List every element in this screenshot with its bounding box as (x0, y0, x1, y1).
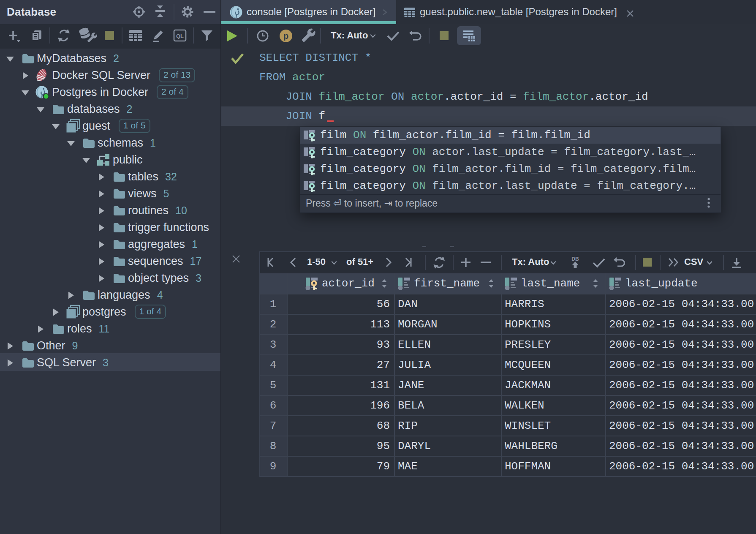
svg-text:QL: QL (176, 33, 184, 39)
svg-text:DB: DB (571, 256, 579, 262)
svg-text:p: p (283, 31, 288, 41)
